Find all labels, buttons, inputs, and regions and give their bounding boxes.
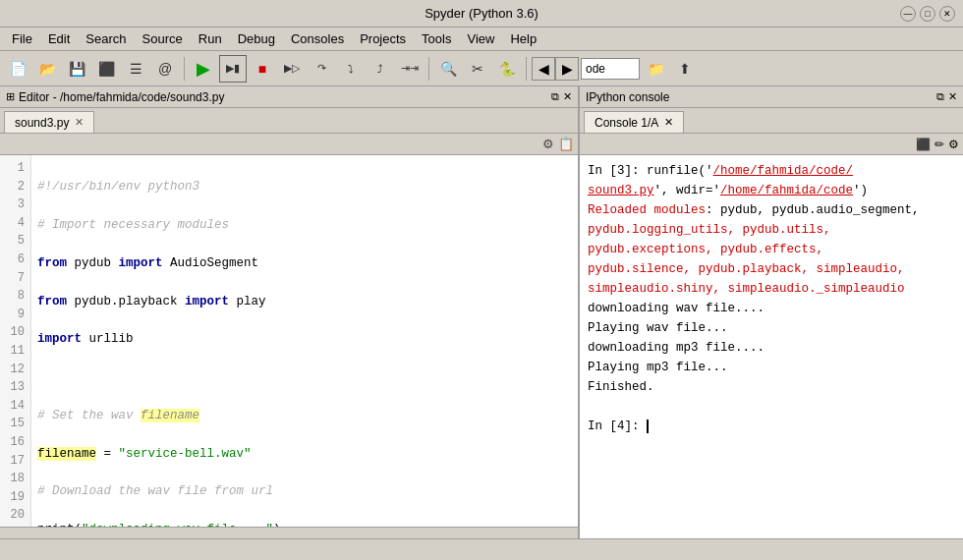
status-bar: [0, 538, 963, 560]
editor-header: ⊞ Editor - /home/fahmida/code/sound3.py …: [0, 86, 578, 108]
editor-scrollbar[interactable]: [0, 527, 578, 538]
console-tab-label: Console 1/A: [595, 116, 658, 130]
back-button[interactable]: ◀: [532, 57, 555, 81]
python-button[interactable]: 🐍: [493, 55, 521, 83]
window-title: Spyder (Python 3.6): [425, 6, 538, 21]
ipython-close-icon[interactable]: ✕: [948, 90, 957, 103]
menu-help[interactable]: Help: [502, 29, 544, 48]
console-output-1: In [3]: runfile('/home/fahmida/code/: [588, 161, 955, 181]
run-button[interactable]: ▶: [190, 55, 217, 83]
console-tab-1[interactable]: Console 1/A ✕: [584, 111, 684, 133]
code-content: 12345 678910 1112131415 1617181920 21222…: [0, 155, 578, 527]
console-output-2: sound3.py', wdir='/home/fahmida/code'): [588, 181, 955, 200]
replace-button[interactable]: ✂: [464, 55, 491, 83]
continue-button[interactable]: ⇥⇥: [396, 55, 424, 83]
console-edit-icon[interactable]: ✏: [935, 138, 944, 151]
toolbar-separator-3: [526, 57, 527, 81]
console-output-7: simpleaudio.shiny, simpleaudio._simpleau…: [588, 279, 955, 299]
find-button[interactable]: 🔍: [434, 55, 462, 83]
editor-float-icon[interactable]: ⧉: [551, 90, 559, 103]
toolbar-separator-1: [184, 57, 185, 81]
close-button[interactable]: ✕: [939, 6, 955, 22]
ipython-header: IPython console ⧉ ✕: [580, 86, 963, 108]
title-bar: Spyder (Python 3.6) — □ ✕: [0, 0, 963, 28]
at-button[interactable]: @: [151, 55, 179, 83]
menu-search[interactable]: Search: [78, 29, 134, 48]
editor-panel: ⊞ Editor - /home/fahmida/code/sound3.py …: [0, 86, 580, 538]
browse-button[interactable]: 📁: [642, 55, 669, 83]
code-line-1: #!/usr/bin/env python3: [37, 178, 572, 196]
code-line-9: # Download the wav file from url: [37, 482, 572, 501]
console-output-6: pydub.silence, pydub.playback, simpleaud…: [588, 259, 955, 279]
nav-arrows: ◀ ▶: [532, 57, 579, 81]
location-input[interactable]: [581, 58, 640, 80]
debug-button[interactable]: ▶▷: [278, 55, 306, 83]
toolbar: 📄 📂 💾 ⬛ ☰ @ ▶ ▶▮ ■ ▶▷ ↷ ⤵ ⤴ ⇥⇥ 🔍 ✂ 🐍 ◀ ▶…: [0, 51, 963, 86]
window-controls[interactable]: — □ ✕: [900, 6, 955, 22]
console-output-11: Playing mp3 file...: [588, 358, 955, 377]
code-area[interactable]: 12345 678910 1112131415 1617181920 21222…: [0, 155, 578, 538]
console-output-10: downloading mp3 file....: [588, 338, 955, 358]
editor-tabs: sound3.py ✕: [0, 108, 578, 134]
ipython-panel: IPython console ⧉ ✕ Console 1/A ✕ ⬛ ✏ ⚙ …: [580, 86, 963, 538]
menu-bar: File Edit Search Source Run Debug Consol…: [0, 28, 963, 51]
save-file-button[interactable]: 💾: [63, 55, 90, 83]
console-tabs: Console 1/A ✕: [580, 108, 963, 134]
console-tools: ⬛ ✏ ⚙: [580, 134, 963, 155]
console-interrupt-icon[interactable]: ⬛: [916, 138, 931, 151]
editor-expand-icon[interactable]: ⊞: [6, 90, 15, 103]
code-line-4: from pydub.playback import play: [37, 293, 572, 311]
tab-label: sound3.py: [15, 116, 69, 130]
main-content: ⊞ Editor - /home/fahmida/code/sound3.py …: [0, 86, 963, 538]
code-line-5: import urllib: [37, 330, 572, 349]
stop-button[interactable]: ■: [249, 55, 276, 83]
console-output-9: Playing wav file...: [588, 318, 955, 338]
list-button[interactable]: ☰: [122, 55, 149, 83]
console-output-13: [588, 397, 955, 417]
toolbar-separator-2: [428, 57, 429, 81]
code-fold-icon[interactable]: ⚙: [542, 137, 554, 151]
menu-file[interactable]: File: [4, 29, 40, 48]
code-line-8: filename = "service-bell.wav": [37, 445, 572, 464]
menu-source[interactable]: Source: [135, 29, 191, 48]
code-lines: #!/usr/bin/env python3 # Import necessar…: [31, 155, 578, 527]
up-button[interactable]: ⬆: [671, 55, 699, 83]
new-file-button[interactable]: 📄: [4, 55, 31, 83]
menu-view[interactable]: View: [459, 29, 502, 48]
open-file-button[interactable]: 📂: [33, 55, 61, 83]
code-unfold-icon[interactable]: 📋: [558, 137, 574, 151]
step-button[interactable]: ↷: [308, 55, 335, 83]
console-tab-close-icon[interactable]: ✕: [664, 116, 673, 129]
menu-run[interactable]: Run: [191, 29, 230, 48]
code-line-6: [37, 368, 572, 387]
forward-button[interactable]: ▶: [555, 57, 579, 81]
step-into-button[interactable]: ⤵: [337, 55, 365, 83]
code-line-2: # Import necessary modules: [37, 216, 572, 235]
code-line-7: # Set the wav filename: [37, 407, 572, 425]
menu-projects[interactable]: Projects: [352, 29, 414, 48]
step-out-button[interactable]: ⤴: [367, 55, 394, 83]
console-output-8: downloading wav file....: [588, 299, 955, 318]
console-output-3: Reloaded modules: pydub, pydub.audio_seg…: [588, 200, 955, 220]
menu-consoles[interactable]: Consoles: [283, 29, 352, 48]
console-output-4: pydub.logging_utils, pydub.utils,: [588, 220, 955, 240]
console-output-5: pydub.exceptions, pydub.effects,: [588, 240, 955, 259]
minimize-button[interactable]: —: [900, 6, 916, 22]
run-cell-button[interactable]: ▶▮: [219, 55, 247, 83]
maximize-button[interactable]: □: [920, 6, 935, 22]
editor-tools: ⚙ 📋: [0, 134, 578, 155]
editor-title: Editor - /home/fahmida/code/sound3.py: [19, 90, 224, 104]
code-line-3: from pydub import AudioSegment: [37, 254, 572, 273]
line-numbers: 12345 678910 1112131415 1617181920 21222…: [0, 155, 31, 527]
menu-debug[interactable]: Debug: [230, 29, 283, 48]
editor-close-icon[interactable]: ✕: [563, 90, 572, 103]
menu-edit[interactable]: Edit: [40, 29, 78, 48]
console-settings-icon[interactable]: ⚙: [948, 138, 959, 151]
console-prompt-4: In [4]:: [588, 417, 955, 436]
ipython-title: IPython console: [586, 90, 669, 104]
save-all-button[interactable]: ⬛: [92, 55, 120, 83]
editor-tab-sound3[interactable]: sound3.py ✕: [4, 111, 94, 133]
ipython-float-icon[interactable]: ⧉: [936, 90, 944, 103]
menu-tools[interactable]: Tools: [414, 29, 459, 48]
tab-close-icon[interactable]: ✕: [75, 116, 84, 129]
